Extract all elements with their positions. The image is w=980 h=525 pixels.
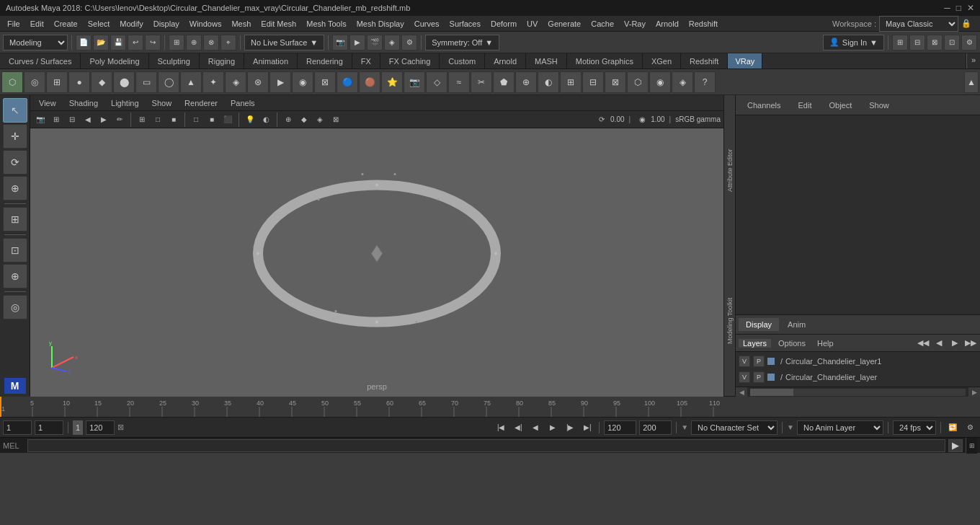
vp-iso-btn[interactable]: ◈ xyxy=(313,112,327,127)
open-btn[interactable]: 📂 xyxy=(93,35,109,50)
vp-show[interactable]: Show xyxy=(146,97,178,109)
frame-ruler[interactable]: 1 5 10 15 20 25 30 35 40 45 50 55 60 xyxy=(0,397,980,417)
menu-select[interactable]: Select xyxy=(84,18,115,30)
grid-btn3[interactable]: ⊠ xyxy=(927,35,943,50)
close-btn[interactable]: ✕ xyxy=(967,3,974,13)
minimize-btn[interactable]: ─ xyxy=(944,3,950,13)
vp-paint-btn[interactable]: ✏ xyxy=(112,112,127,127)
icon-vray-extra5[interactable]: ⊟ xyxy=(582,71,604,93)
vp-manip-btn[interactable]: ⊕ xyxy=(281,112,295,127)
snap-btn[interactable]: ⌖ xyxy=(220,35,236,50)
vp-next-frame[interactable]: ▶ xyxy=(97,112,111,127)
anim-tab[interactable]: Anim xyxy=(780,318,813,331)
redo-btn[interactable]: ↪ xyxy=(145,35,161,50)
icon-vray-extra4[interactable]: ⊞ xyxy=(560,71,582,93)
render-settings-btn[interactable]: ⚙ xyxy=(401,35,417,50)
anim-layer-dropdown[interactable]: No Anim Layer xyxy=(797,420,883,435)
icon-plane[interactable]: ▭ xyxy=(135,71,157,93)
edit-btn[interactable]: Edit xyxy=(792,100,817,111)
vp-shaded[interactable]: ■ xyxy=(166,112,181,127)
maya-logo[interactable]: M xyxy=(4,378,26,394)
icon-render[interactable]: ▶ xyxy=(270,71,291,93)
menu-create[interactable]: Create xyxy=(50,18,82,30)
playback-opts-btn[interactable]: ⚙ xyxy=(963,420,977,435)
icon-vray-extra2[interactable]: ⊕ xyxy=(515,71,537,93)
scale-tool-btn[interactable]: ⊕ xyxy=(3,176,27,200)
vp-renderer[interactable]: Renderer xyxy=(179,97,223,109)
ipr-btn[interactable]: ◈ xyxy=(384,35,400,50)
select-btn[interactable]: ⊞ xyxy=(169,35,184,50)
script-editor-btn[interactable]: ⊞ xyxy=(966,438,977,454)
tab-fx[interactable]: FX xyxy=(352,53,380,69)
vp-gamma-spin[interactable]: ◉ xyxy=(635,112,649,127)
icon-vray-extra8[interactable]: ◉ xyxy=(649,71,671,93)
vp-exposure-spin[interactable]: ⟳ xyxy=(594,112,609,127)
icon-vray-sphere[interactable]: 🔵 xyxy=(337,71,358,93)
icon-vray-extra9[interactable]: ◈ xyxy=(672,71,693,93)
tab-motion-graphics[interactable]: Motion Graphics xyxy=(567,53,643,69)
menu-mesh-tools[interactable]: Mesh Tools xyxy=(302,18,350,30)
icon-frame[interactable]: ⊠ xyxy=(314,71,336,93)
mode-dropdown[interactable]: Modeling xyxy=(3,35,68,50)
layer-row[interactable]: V P / Circular_Chandelier_layer1 xyxy=(736,353,980,369)
layer1-v-btn[interactable]: V xyxy=(739,356,750,367)
camera-btn[interactable]: 📷 xyxy=(332,35,348,50)
icon-vray-extra7[interactable]: ⬡ xyxy=(627,71,649,93)
display-tab[interactable]: Display xyxy=(739,318,779,331)
menu-mesh-display[interactable]: Mesh Display xyxy=(352,18,409,30)
tab-rendering[interactable]: Rendering xyxy=(298,53,352,69)
scrollbar-thumb[interactable] xyxy=(750,389,793,396)
grid-btn1[interactable]: ⊞ xyxy=(892,35,908,50)
options-tab[interactable]: Options xyxy=(774,339,810,348)
scrollbar-track[interactable] xyxy=(750,389,966,396)
icon-nurbs[interactable]: ◎ xyxy=(24,71,45,93)
undo-btn[interactable]: ↩ xyxy=(128,35,143,50)
help-tab[interactable]: Help xyxy=(813,339,838,348)
icon-polysurface[interactable]: ⬡ xyxy=(1,71,23,93)
vp-light-btn[interactable]: 💡 xyxy=(243,112,257,127)
range-start-input[interactable] xyxy=(3,420,32,435)
icon-cone[interactable]: ▲ xyxy=(180,71,202,93)
menu-windows[interactable]: Windows xyxy=(185,18,226,30)
mel-submit-btn[interactable]: ▶ xyxy=(948,439,963,452)
icon-vray-extra3[interactable]: ◐ xyxy=(538,71,559,93)
vp-lighting[interactable]: Lighting xyxy=(105,97,145,109)
menu-arnold[interactable]: Arnold xyxy=(651,18,683,30)
tab-curves-surfaces[interactable]: Curves / Surfaces xyxy=(0,53,81,69)
layer-row[interactable]: V P / Circular_Chandelier_layer xyxy=(736,369,980,385)
menu-mesh[interactable]: Mesh xyxy=(227,18,255,30)
vp-wireframe[interactable]: □ xyxy=(151,112,165,127)
icon-subdiv[interactable]: ⊞ xyxy=(46,71,68,93)
icon-vray-cam[interactable]: 📷 xyxy=(404,71,425,93)
playback-end-input[interactable] xyxy=(639,420,672,435)
playback-start-input[interactable] xyxy=(604,420,636,435)
mel-input[interactable] xyxy=(27,439,945,452)
icon-ipr[interactable]: ◉ xyxy=(292,71,313,93)
tab-custom[interactable]: Custom xyxy=(440,53,485,69)
icon-toolbar-collapse[interactable]: ▲ xyxy=(964,71,979,93)
icon-vray-extra1[interactable]: ⬟ xyxy=(493,71,514,93)
render-btn[interactable]: ▶ xyxy=(349,35,365,50)
layer-nav-next[interactable]: ▶ xyxy=(948,337,961,350)
soft-select-btn[interactable]: ◎ xyxy=(3,295,27,319)
playblast-btn[interactable]: 🎬 xyxy=(367,35,383,50)
icon-cube[interactable]: ◆ xyxy=(91,71,112,93)
current-frame-input[interactable] xyxy=(35,420,63,435)
settings-btn[interactable]: ⚙ xyxy=(961,35,977,50)
tab-sculpting[interactable]: Sculpting xyxy=(149,53,200,69)
menu-vray[interactable]: V-Ray xyxy=(620,18,650,30)
scroll-right-btn[interactable]: ▶ xyxy=(968,387,980,397)
tab-fx-caching[interactable]: FX Caching xyxy=(380,53,440,69)
sign-in-btn[interactable]: 👤 Sign In ▼ xyxy=(823,35,884,50)
menu-redshift[interactable]: Redshift xyxy=(685,18,722,30)
rotate-tool-btn[interactable]: ⟳ xyxy=(3,150,27,175)
vp-prev-frame[interactable]: ◀ xyxy=(81,112,95,127)
icon-sphere[interactable]: ● xyxy=(68,71,90,93)
select-tool-btn[interactable]: ↖ xyxy=(3,98,27,123)
lasso-select-btn[interactable]: ⊡ xyxy=(3,238,27,262)
icon-vray-light[interactable]: ⭐ xyxy=(381,71,403,93)
tab-animation[interactable]: Animation xyxy=(244,53,298,69)
layers-tab[interactable]: Layers xyxy=(739,339,771,348)
vp-panels[interactable]: Panels xyxy=(225,97,261,109)
layer2-p-btn[interactable]: P xyxy=(753,371,765,383)
